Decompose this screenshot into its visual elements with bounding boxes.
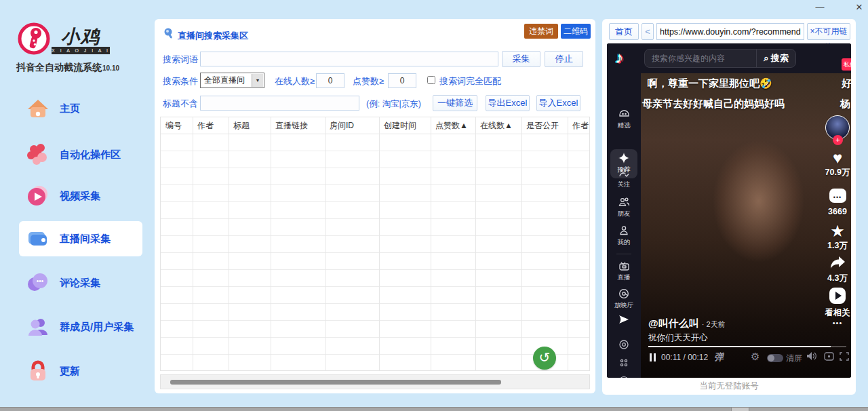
- taskbar-segment: [731, 408, 749, 411]
- nav-item-featured[interactable]: 精选: [607, 109, 641, 130]
- picture-in-picture-icon[interactable]: [824, 351, 834, 364]
- apps-grid-icon: [607, 358, 641, 370]
- column-header-public[interactable]: 是否公开: [521, 117, 568, 134]
- refresh-button[interactable]: ↺: [533, 347, 556, 370]
- browser-home-button[interactable]: 首页: [609, 23, 639, 40]
- video-player[interactable]: 啊，尊重一下家里那位吧🤣 好 母亲节去好好喊自己的妈妈好吗 杨 + ♥ 70.9…: [641, 73, 851, 378]
- minimize-button[interactable]: —: [812, 1, 827, 14]
- cinema-icon: [607, 288, 641, 300]
- message-badge[interactable]: 私信: [842, 58, 851, 71]
- column-header-author-id[interactable]: 作者: [568, 117, 590, 134]
- douyin-search-bar[interactable]: 搜索你感兴趣的内容 ⌕ 搜索: [644, 49, 796, 68]
- one-key-filter-button[interactable]: 一键筛选: [433, 95, 477, 111]
- export-excel-button[interactable]: 导出Excel: [486, 95, 530, 111]
- nav-label: 朋友: [607, 210, 641, 218]
- share-count: 4.3万: [823, 273, 851, 284]
- column-header-online-sort[interactable]: 在线数▲: [475, 117, 521, 134]
- collect-button[interactable]: 采集: [502, 51, 540, 67]
- sidebar-item-video-collect[interactable]: 视频采集: [19, 178, 142, 214]
- online-count-input[interactable]: [316, 73, 344, 88]
- progress-bar[interactable]: [648, 346, 846, 347]
- danmaku-toggle-icon[interactable]: 弹: [714, 351, 724, 364]
- follow-plus-button[interactable]: +: [833, 135, 843, 145]
- browser-back-button[interactable]: <: [642, 23, 654, 40]
- horizontal-scrollbar[interactable]: [160, 374, 590, 389]
- video-caption: 祝你们天天开心: [648, 332, 708, 344]
- danmaku-comment: 啊，尊重一下家里那位吧🤣: [648, 77, 772, 90]
- sidebar-item-live-collect[interactable]: 直播间采集: [19, 221, 142, 256]
- room-type-value: 全部直播间: [204, 75, 245, 85]
- column-divider: [568, 117, 568, 371]
- column-header-number[interactable]: 编号: [161, 117, 193, 134]
- douyin-search-label: 搜索: [771, 52, 789, 64]
- clear-screen-toggle[interactable]: [767, 354, 783, 362]
- column-header-create-time[interactable]: 创建时间: [379, 117, 431, 134]
- url-input[interactable]: [656, 23, 804, 40]
- likes-count-input[interactable]: [388, 73, 416, 88]
- stop-button[interactable]: 停止: [545, 51, 583, 67]
- nav-item-apps-grid[interactable]: [607, 358, 641, 370]
- sidebar-item-label: 视频采集: [60, 190, 100, 203]
- comment-button[interactable]: ••• 3669: [823, 189, 851, 216]
- sidebar-item-comment-collect[interactable]: ••• 评论采集: [19, 265, 142, 300]
- import-excel-button[interactable]: 导入Excel: [536, 95, 580, 111]
- comment-count: 3669: [823, 207, 851, 216]
- app-logo-subtext: X I A O J I A I: [52, 47, 110, 54]
- column-header-room-id[interactable]: 房间ID: [325, 117, 379, 134]
- douyin-header: ♪ 搜索你感兴趣的内容 ⌕ 搜索 私信: [607, 43, 851, 73]
- nav-item-settings-target[interactable]: [607, 339, 641, 351]
- sidebar-item-user-collect[interactable]: 群成员/用户采集: [19, 309, 142, 345]
- douyin-search-button[interactable]: ⌕ 搜索: [756, 50, 795, 67]
- sidebar-item-update[interactable]: 更新: [19, 353, 142, 389]
- help-icon: ?: [618, 376, 629, 378]
- qrcode-button[interactable]: 二维码: [561, 24, 591, 39]
- browser-viewport: ♪ 搜索你感兴趣的内容 ⌕ 搜索 私信 精选: [607, 43, 851, 378]
- time-display: 00:11 / 00:12: [661, 353, 708, 362]
- home-icon: [24, 95, 52, 122]
- favorite-button[interactable]: ★ 1.3万: [823, 222, 851, 252]
- settings-gear-icon[interactable]: ⚙: [751, 351, 760, 363]
- close-button[interactable]: ✕: [852, 1, 867, 14]
- exclude-title-label: 标题不含: [163, 98, 198, 110]
- star-icon: ★: [823, 222, 851, 240]
- sidebar-item-label: 更新: [60, 365, 80, 378]
- exclude-title-input[interactable]: [200, 96, 359, 111]
- recommend-icon: [610, 153, 637, 165]
- column-divider: [379, 117, 380, 371]
- nav-item-shorts-logo[interactable]: [607, 314, 641, 326]
- app-version: 10.10: [102, 64, 119, 72]
- table-body-empty: [161, 134, 590, 371]
- column-header-author[interactable]: 作者: [193, 117, 229, 134]
- pause-button[interactable]: [650, 353, 656, 361]
- invalid-link-button[interactable]: ×不可用链接: [807, 23, 850, 40]
- fullscreen-icon[interactable]: [840, 351, 849, 364]
- nav-item-follow[interactable]: 关注: [607, 168, 641, 189]
- video-author[interactable]: @叫什么叫 · 2天前: [648, 317, 726, 330]
- scrollbar-thumb[interactable]: [170, 380, 501, 385]
- nav-item-help[interactable]: ?: [607, 376, 641, 378]
- share-button[interactable]: 4.3万: [823, 255, 851, 284]
- browser-panel: 首页 < ×不可用链接 ♪ 搜索你感兴趣的内容 ⌕ 搜索 私信 精选: [602, 19, 856, 395]
- watch-related-button[interactable]: 看相关: [823, 288, 851, 319]
- nav-item-live[interactable]: 直播: [607, 260, 641, 282]
- column-header-likes-sort[interactable]: 点赞数▲: [431, 117, 475, 134]
- exact-match-checkbox[interactable]: [427, 76, 435, 84]
- column-header-title[interactable]: 标题: [229, 117, 271, 134]
- nav-item-mine[interactable]: 我的: [607, 225, 641, 247]
- room-type-select[interactable]: 全部直播间 ▼: [200, 73, 264, 88]
- sidebar-item-automation[interactable]: 自动化操作区: [19, 137, 142, 172]
- column-header-live-link[interactable]: 直播链接: [271, 117, 325, 134]
- nav-item-cinema[interactable]: 放映厅: [607, 288, 641, 310]
- comment-collect-icon: •••: [24, 269, 52, 296]
- like-button[interactable]: ♥ 70.9万: [823, 149, 851, 178]
- volume-icon[interactable]: [806, 351, 817, 364]
- forbidden-words-button[interactable]: 违禁词: [524, 24, 558, 39]
- nav-label: 关注: [607, 180, 641, 189]
- keyword-input[interactable]: [200, 52, 498, 66]
- nav-label: 精选: [607, 121, 641, 130]
- more-actions-button[interactable]: •••: [823, 319, 851, 327]
- column-divider: [521, 117, 522, 371]
- nav-item-friends[interactable]: 朋友: [607, 197, 641, 218]
- sidebar-item-home[interactable]: 主页: [19, 91, 142, 126]
- user-collect-icon: [24, 313, 52, 340]
